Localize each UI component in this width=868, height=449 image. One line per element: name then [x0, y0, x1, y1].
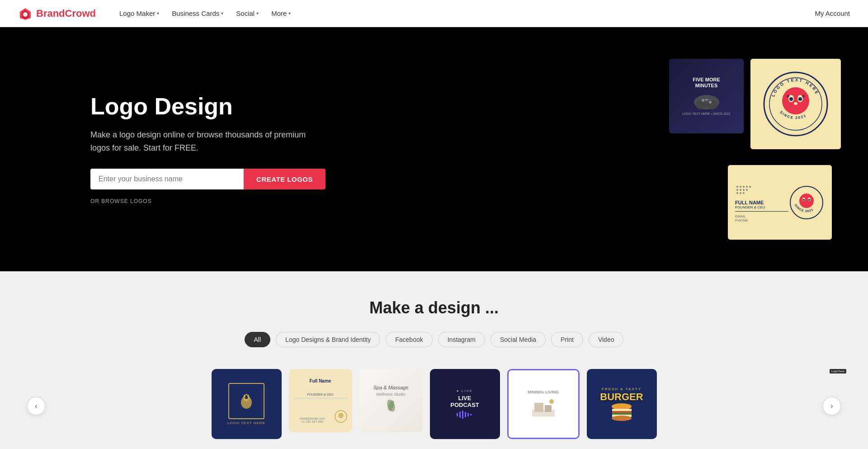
room-icon: [530, 396, 557, 419]
filter-tab-all[interactable]: All: [245, 332, 271, 347]
audio-waves-icon: [456, 410, 474, 419]
filter-tab-video[interactable]: Video: [589, 332, 624, 347]
instagram-mock-content: FIVE MOREMINUTES LOGO TEXT HERE • SINCE …: [669, 59, 744, 133]
instagram-subtext: LOGO TEXT HERE • SINCE 2021: [682, 112, 730, 115]
svg-point-28: [743, 189, 745, 191]
chevron-down-icon: ▾: [221, 11, 223, 16]
griffin-icon: [235, 390, 258, 412]
hero-content: Logo Design Make a logo design online or…: [90, 94, 326, 205]
nav-item-more[interactable]: More ▾: [266, 6, 296, 21]
svg-point-18: [802, 95, 805, 98]
blue-logo-content: LOGO TEXT HERE: [212, 369, 282, 439]
griffin-frame: [228, 383, 264, 419]
business-name-input[interactable]: [90, 169, 244, 189]
gallery-card-podcast[interactable]: ● LIVE livepodcast: [430, 369, 500, 439]
svg-point-31: [740, 192, 741, 194]
svg-point-44: [244, 395, 245, 397]
spa-label: Spa & Massage: [373, 385, 409, 390]
svg-point-24: [746, 186, 748, 188]
burger-pre: FRESH & TASTY: [602, 387, 642, 391]
svg-point-38: [808, 199, 810, 201]
burger-icon: [609, 403, 634, 421]
main-navigation: BrandCrowd Logo Maker ▾ Business Cards ▾…: [0, 0, 868, 27]
hero-logo-preview: LOGO TEXT HERE SINCE 2021 Logo: [750, 59, 841, 149]
card-role: FOUNDER & CEO: [735, 205, 788, 212]
svg-point-34: [799, 194, 814, 208]
filter-tab-print[interactable]: Print: [551, 332, 583, 347]
biz-contact: email@email.com: [293, 417, 331, 420]
make-design-title: Make a design ...: [18, 298, 850, 317]
gallery-prev-button[interactable]: ‹: [27, 397, 45, 415]
hero-businesscard-preview: // Dots decorative: [728, 165, 832, 240]
svg-point-7: [709, 101, 712, 104]
svg-point-2: [23, 12, 28, 17]
hero-images: FIVE MOREMINUTES LOGO TEXT HERE • SINCE …: [669, 59, 841, 240]
svg-rect-52: [462, 411, 463, 419]
biz-logo-icon: [334, 410, 348, 423]
gallery-wrapper: ‹ LOGO: [18, 365, 850, 446]
svg-rect-50: [457, 413, 458, 416]
svg-point-15: [798, 97, 802, 101]
gallery-card-blue-logo[interactable]: LOGO TEXT HERE: [212, 369, 282, 439]
blue-card-text: LOGO TEXT HERE: [227, 421, 265, 425]
gallery-card-minimal[interactable]: MINIMAL LIVING LogoThere: [507, 369, 580, 439]
chevron-down-icon: ▾: [157, 11, 159, 16]
brand-logo[interactable]: BrandCrowd: [18, 6, 96, 21]
browse-logos-link[interactable]: OR BROWSE LOGOS: [90, 198, 152, 204]
svg-point-4: [696, 100, 707, 109]
biz-name: Full Name: [293, 378, 348, 383]
card-phone: PHONE: [735, 218, 788, 222]
instagram-headline: FIVE MOREMINUTES: [693, 77, 720, 89]
filter-tabs: All Logo Designs & Brand Identity Facebo…: [18, 332, 850, 347]
brand-logo-icon: [18, 6, 33, 21]
filter-tab-facebook[interactable]: Facebook: [386, 332, 432, 347]
svg-point-22: [740, 186, 741, 188]
svg-point-30: [736, 192, 738, 194]
biz-title: FOUNDER & CEO: [293, 393, 348, 398]
minimal-label: MINIMAL LIVING: [528, 390, 559, 394]
svg-rect-51: [459, 411, 461, 418]
logo-svg: LOGO TEXT HERE SINCE 2021: [762, 70, 830, 138]
gallery-card-biz[interactable]: Full Name FOUNDER & CEO email@email.com …: [289, 369, 352, 432]
create-logos-button[interactable]: CREATE LOGOS: [244, 169, 326, 189]
biz-phone: +1 234 567 890: [293, 420, 331, 423]
nav-item-business-cards[interactable]: Business Cards ▾: [166, 6, 229, 21]
svg-point-29: [746, 189, 748, 191]
biz-bottom: email@email.com +1 234 567 890: [293, 410, 348, 423]
gallery-card-burger[interactable]: FRESH & TASTY BURGER: [587, 369, 657, 439]
svg-rect-61: [612, 409, 632, 411]
chevron-down-icon: ▾: [288, 11, 291, 16]
filter-tab-logo-brand[interactable]: Logo Designs & Brand Identity: [276, 332, 380, 347]
nav-item-social[interactable]: Social ▾: [231, 6, 264, 21]
svg-point-65: [612, 416, 632, 421]
make-design-section: Make a design ... All Logo Designs & Bra…: [0, 271, 868, 449]
logo-circle-container: LOGO TEXT HERE SINCE 2021: [762, 70, 830, 138]
filter-tab-social-media[interactable]: Social Media: [491, 332, 546, 347]
filter-tab-instagram[interactable]: Instagram: [438, 332, 485, 347]
my-account-link[interactable]: My Account: [815, 9, 850, 17]
svg-point-60: [612, 403, 632, 410]
burger-title: BURGER: [600, 391, 643, 403]
nav-right: My Account: [815, 9, 850, 18]
svg-point-59: [549, 399, 554, 404]
brand-name: BrandCrowd: [36, 8, 96, 19]
card-mock-content: // Dots decorative: [728, 165, 832, 240]
spa-sub: Wellness Studio: [373, 392, 409, 397]
svg-rect-53: [465, 412, 466, 417]
hero-title: Logo Design: [90, 94, 326, 119]
nav-links: Logo Maker ▾ Business Cards ▾ Social ▾ M…: [114, 6, 815, 21]
svg-point-25: [749, 186, 751, 188]
gallery-next-button[interactable]: ›: [823, 397, 841, 415]
hero-form: CREATE LOGOS: [90, 169, 326, 189]
svg-point-5: [707, 100, 717, 109]
nav-item-logo-maker[interactable]: Logo Maker ▾: [114, 6, 165, 21]
svg-point-6: [702, 99, 704, 102]
svg-point-23: [743, 186, 745, 188]
hero-subtitle: Make a logo design online or browse thou…: [90, 128, 326, 155]
logo-mock-content: LOGO TEXT HERE SINCE 2021: [750, 59, 841, 149]
svg-point-45: [247, 395, 249, 397]
svg-point-17: [787, 95, 789, 98]
gallery-card-spa[interactable]: Spa & Massage Wellness Studio: [359, 369, 423, 432]
svg-point-21: [736, 186, 738, 188]
podcast-content: ● LIVE livepodcast: [430, 369, 500, 439]
